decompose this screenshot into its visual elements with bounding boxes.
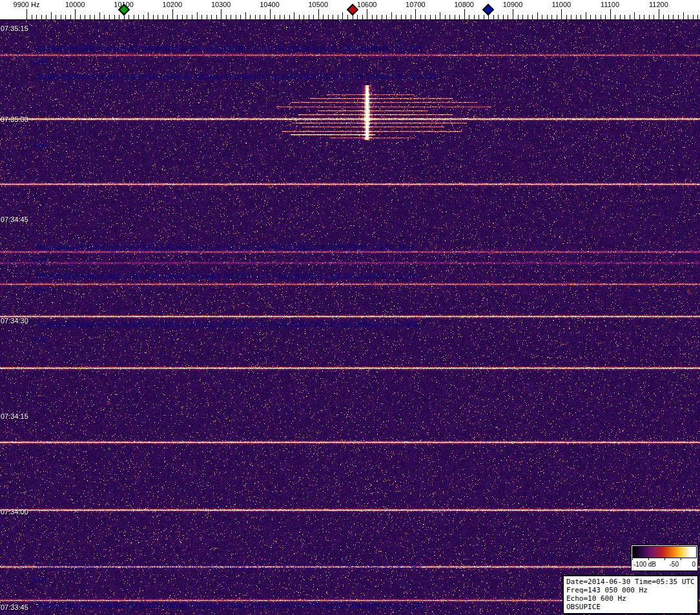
detection-time-mark: ^t+34 <box>30 287 46 294</box>
detection-record: 20140630053426880 hCnt38 nb-88 f10622 hi… <box>36 321 418 328</box>
freq-tick-label: 10500 <box>309 1 329 8</box>
freq-tick-label: 9900 Hz <box>14 1 40 8</box>
freq-tick-label: 10900 <box>503 1 523 8</box>
color-scale-legend: -100 dB -50 0 <box>631 545 698 571</box>
time-tick-label: 07:34:00 <box>1 508 28 516</box>
freq-tick-label: 10300 <box>211 1 231 8</box>
detection-time-mark: ^t+09 <box>30 59 46 66</box>
time-tick-label: 07:33:45 <box>1 603 28 611</box>
detection-time-mark: ^t+39 <box>30 257 46 265</box>
detection-record: 20140630053509680 hCnt42 nb-87 f10604 hi… <box>36 45 421 52</box>
info-date-time: Date=2014-06-30 Time=05:35 UTC <box>566 578 695 586</box>
color-scale-labels: -100 dB -50 0 <box>632 560 697 569</box>
freq-tick-label: 10200 <box>163 1 183 8</box>
time-tick-label: 07:34:45 <box>1 216 28 223</box>
info-echo-freq: Echo=10 600 Hz <box>566 594 695 603</box>
detection-time-mark: ^t+26 <box>30 336 46 343</box>
color-scale-gradient <box>632 546 697 558</box>
time-tick-label: 07:35:15 <box>1 25 28 32</box>
detection-record: 20140630053342976 hCnt36 nb-88 f10601 hi… <box>36 602 426 609</box>
freq-tick-label: 11100 <box>601 1 619 8</box>
info-frequency: Freq=143 050 000 Hz <box>566 586 695 594</box>
time-tick-label: 07:34:15 <box>1 412 28 420</box>
detection-record: 20140630053439180 hCnt40 nb-89 f10613 hi… <box>36 244 414 251</box>
legend-min-label: -100 dB <box>633 560 656 569</box>
info-station-id: OBSUPICE <box>566 603 695 611</box>
legend-max-label: 0 <box>692 560 695 569</box>
freq-tick-label: 10800 <box>454 1 474 8</box>
detection-record: 20140630053456976 hCnt41 nb-88 f10441 hi… <box>36 74 437 81</box>
detection-time-mark: ^t+49 <box>30 577 46 584</box>
freq-tick-label: 10600 <box>357 1 377 8</box>
detection-record: 20140630053434380 hCnt39 nb-88 f10598 hi… <box>36 273 420 280</box>
detection-record: 20140630053349580 hCnt37 nb-87 f10610 hi… <box>36 563 420 570</box>
freq-tick-label: 10400 <box>260 1 280 8</box>
spectrogram-waterfall-canvas <box>0 0 700 615</box>
time-tick-label: 07:35:00 <box>1 116 28 123</box>
legend-mid-label: -50 <box>670 560 679 569</box>
freq-tick-label: 11000 <box>551 1 571 8</box>
freq-tick-label: 10000 <box>65 1 85 8</box>
freq-tick-label: 10700 <box>406 1 426 8</box>
detection-time-mark: ^t+56 <box>30 142 46 149</box>
time-tick-label: 07:34:30 <box>1 317 28 325</box>
observation-info-box: Date=2014-06-30 Time=05:35 UTC Freq=143 … <box>562 575 699 614</box>
freq-tick-label: 11200 <box>649 1 668 8</box>
meteor-spectrogram-window: 9900 Hz100001010010200103001040010500106… <box>0 0 700 615</box>
